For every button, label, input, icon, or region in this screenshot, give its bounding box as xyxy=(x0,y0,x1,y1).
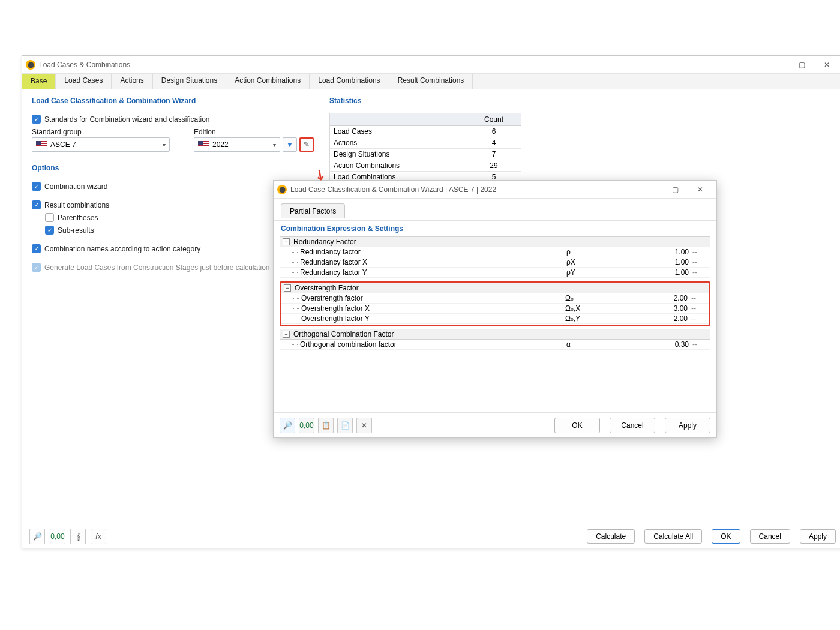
statistics-head: Statistics xyxy=(329,94,837,109)
paste-icon[interactable]: 📄 xyxy=(337,418,353,433)
filter-icon[interactable]: ▼ xyxy=(283,137,297,152)
stats-row: Action Combinations29 xyxy=(330,160,521,172)
main-footer: 🔎 0,00 𝄞 fx Calculate Calculate All OK C… xyxy=(22,524,840,548)
wizard-title: Load Case Classification & Combination W… xyxy=(290,185,496,194)
factors-tree: −Redundancy FactorRedundancy factorρ1.00… xyxy=(274,236,716,350)
close-button[interactable]: ✕ xyxy=(688,181,713,198)
standards-checkbox[interactable]: ✓ xyxy=(32,115,41,124)
script-icon[interactable]: 𝄞 xyxy=(70,529,86,544)
fx-icon[interactable]: fx xyxy=(91,529,106,544)
factor-row[interactable]: Redundancy factor XρX1.00-- xyxy=(280,257,710,268)
factor-group[interactable]: −Redundancy Factor xyxy=(280,236,710,247)
app-icon: ⬤ xyxy=(26,60,35,70)
factor-value[interactable]: 2.00 xyxy=(649,314,691,323)
help-icon[interactable]: 🔎 xyxy=(280,418,295,433)
subresults-checkbox[interactable]: ✓ xyxy=(45,226,54,235)
count-header: Count xyxy=(467,113,521,125)
factor-row[interactable]: Redundancy factor YρY1.00-- xyxy=(280,268,710,278)
factor-row[interactable]: Orthogonal combination factorα0.30-- xyxy=(280,340,710,350)
tab-result-combinations[interactable]: Result Combinations xyxy=(389,74,473,89)
group-label: Orthogonal Combination Factor xyxy=(293,330,394,338)
tab-load-combinations[interactable]: Load Combinations xyxy=(310,74,389,89)
calculate-all-button[interactable]: Calculate All xyxy=(644,529,702,544)
apply-button[interactable]: Apply xyxy=(800,529,836,544)
edition-label: Edition xyxy=(194,128,314,136)
standards-label: Standards for Combination wizard and cla… xyxy=(44,115,209,124)
delete-icon[interactable]: ✕ xyxy=(356,418,372,433)
factor-group[interactable]: −Overstrength Factor xyxy=(281,283,709,293)
minimize-button[interactable]: — xyxy=(764,56,789,73)
main-title: Load Cases & Combinations xyxy=(39,61,130,69)
apply-button[interactable]: Apply xyxy=(665,418,710,433)
subresults-label: Sub-results xyxy=(58,226,94,235)
combo-wizard-label: Combination wizard xyxy=(44,182,107,191)
tab-design-situations[interactable]: Design Situations xyxy=(153,74,226,89)
factor-row[interactable]: Overstrength factorΩ₀2.00-- xyxy=(281,293,709,304)
group-label: Overstrength Factor xyxy=(295,284,359,292)
std-group-label: Standard group xyxy=(32,128,170,136)
stats-row: Design Situations7 xyxy=(330,149,521,160)
factor-group[interactable]: −Orthogonal Combination Factor xyxy=(280,329,710,340)
factor-value[interactable]: 3.00 xyxy=(649,304,691,313)
app-icon: ⬤ xyxy=(277,185,287,194)
result-comb-label: Result combinations xyxy=(44,201,109,209)
calculate-button[interactable]: Calculate xyxy=(587,529,635,544)
factor-value[interactable]: 1.00 xyxy=(650,248,692,256)
help-icon[interactable]: 🔎 xyxy=(29,529,45,544)
units-icon[interactable]: 0,00 xyxy=(50,529,65,544)
names-label: Combination names according to action ca… xyxy=(44,245,200,253)
wizard-section-head: Load Case Classification & Combination W… xyxy=(32,94,317,109)
close-button[interactable]: ✕ xyxy=(814,56,839,73)
maximize-button[interactable]: ▢ xyxy=(662,181,688,198)
collapse-icon[interactable]: − xyxy=(283,238,290,245)
tab-load-cases[interactable]: Load Cases xyxy=(56,74,112,89)
wizard-dialog: ⬤ Load Case Classification & Combination… xyxy=(273,180,717,438)
stats-row: Actions4 xyxy=(330,137,521,149)
cancel-button[interactable]: Cancel xyxy=(750,529,790,544)
edition-value: 2022 xyxy=(212,140,229,149)
factor-row[interactable]: Overstrength factor XΩ₀,X3.00-- xyxy=(281,304,709,314)
cancel-button[interactable]: Cancel xyxy=(610,418,655,433)
factor-row[interactable]: Redundancy factorρ1.00-- xyxy=(280,247,710,257)
combo-wizard-checkbox[interactable]: ✓ xyxy=(32,182,41,191)
std-group-combo[interactable]: ASCE 7 ▾ xyxy=(32,137,170,152)
us-flag-icon xyxy=(36,141,47,148)
chevron-down-icon: ▾ xyxy=(273,142,276,148)
tab-action-combinations[interactable]: Action Combinations xyxy=(226,74,310,89)
ok-button[interactable]: OK xyxy=(712,529,740,544)
factor-value[interactable]: 1.00 xyxy=(650,258,692,266)
result-comb-checkbox[interactable]: ✓ xyxy=(32,200,41,209)
us-flag-icon xyxy=(198,141,209,148)
partial-factors-tab[interactable]: Partial Factors xyxy=(281,203,345,218)
minimize-button[interactable]: — xyxy=(637,181,662,198)
group-label: Redundancy Factor xyxy=(293,238,356,246)
collapse-icon[interactable]: − xyxy=(284,284,291,292)
parentheses-checkbox[interactable] xyxy=(45,213,54,222)
factor-row[interactable]: Overstrength factor YΩ₀,Y2.00-- xyxy=(281,314,709,324)
factor-value[interactable]: 1.00 xyxy=(650,268,692,277)
stats-row: Load Cases6 xyxy=(330,126,521,137)
units-icon[interactable]: 0,00 xyxy=(299,418,314,433)
genstages-checkbox: ✓ xyxy=(32,263,41,272)
tab-base[interactable]: Base xyxy=(22,74,56,89)
edition-combo[interactable]: 2022 ▾ xyxy=(194,137,280,152)
main-tabs: BaseLoad CasesActionsDesign SituationsAc… xyxy=(22,74,840,89)
options-section-head: Options xyxy=(32,161,317,176)
collapse-icon[interactable]: − xyxy=(283,331,290,338)
chevron-down-icon: ▾ xyxy=(163,142,166,148)
wizard-titlebar: ⬤ Load Case Classification & Combination… xyxy=(274,181,716,199)
parentheses-label: Parentheses xyxy=(58,214,98,222)
combo-expr-head: Combination Expression & Settings xyxy=(274,220,716,234)
factor-value[interactable]: 0.30 xyxy=(650,340,692,349)
maximize-button[interactable]: ▢ xyxy=(789,56,814,73)
edit-settings-icon[interactable]: ✎ xyxy=(299,137,314,152)
main-titlebar: ⬤ Load Cases & Combinations — ▢ ✕ xyxy=(22,56,840,74)
wizard-footer: 🔎 0,00 📋 📄 ✕ OK Cancel Apply xyxy=(274,412,716,437)
names-checkbox[interactable]: ✓ xyxy=(32,244,41,253)
std-group-value: ASCE 7 xyxy=(50,140,76,149)
tab-actions[interactable]: Actions xyxy=(112,74,152,89)
ok-button[interactable]: OK xyxy=(554,418,600,433)
genstages-label: Generate Load Cases from Construction St… xyxy=(44,263,270,272)
copy-icon[interactable]: 📋 xyxy=(318,418,334,433)
factor-value[interactable]: 2.00 xyxy=(649,294,691,302)
